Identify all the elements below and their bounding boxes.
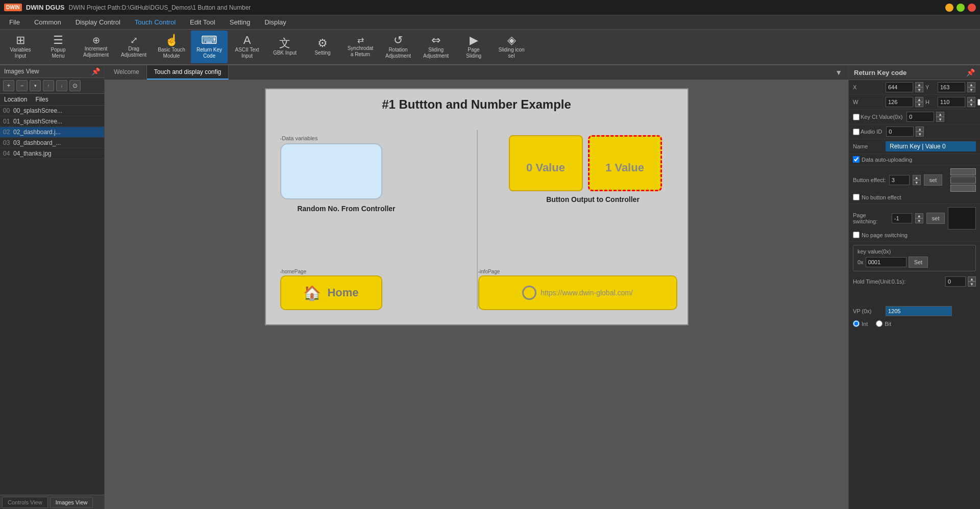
panel-pin-icon[interactable]: 📌 xyxy=(91,67,100,75)
x-down[interactable]: ▼ xyxy=(915,87,923,92)
ps-down[interactable]: ▼ xyxy=(915,218,923,223)
menu-display[interactable]: Display xyxy=(257,16,293,28)
audio-id-input[interactable] xyxy=(886,126,914,137)
home-button[interactable]: 🏠 Home xyxy=(280,275,382,310)
file-row-0[interactable]: 00 00_splashScree... xyxy=(0,106,104,116)
tab-touch-config[interactable]: Touch and display config xyxy=(147,65,229,80)
move-down-button[interactable]: ↓ xyxy=(56,80,67,91)
tool-page-sliding[interactable]: ▶ PageSliding xyxy=(455,31,492,63)
tool-increment-adjustment[interactable]: ⊕ IncrementAdjustment xyxy=(78,31,114,63)
tool-gbk-input[interactable]: 文 GBK Input xyxy=(266,31,303,63)
effect-up[interactable]: ▲ xyxy=(913,175,921,180)
x-up[interactable]: ▲ xyxy=(915,82,923,87)
homepage-label: -homePage xyxy=(280,269,382,274)
key-ct-down[interactable]: ▼ xyxy=(936,117,944,122)
button-effect-input[interactable] xyxy=(889,175,910,185)
x-input[interactable] xyxy=(886,82,913,92)
image-menu-button[interactable]: ▾ xyxy=(30,80,41,91)
radio-bit[interactable]: Bit xyxy=(876,320,891,327)
radio-int[interactable]: Int xyxy=(853,320,868,327)
key-ct-up[interactable]: ▲ xyxy=(936,112,944,117)
no-page-switching-checkbox[interactable] xyxy=(853,232,860,238)
ht-up[interactable]: ▲ xyxy=(968,276,976,282)
w-input[interactable] xyxy=(886,97,913,107)
info-url-button[interactable]: https://www.dwin-global.com/ xyxy=(478,275,677,310)
audio-id-up[interactable]: ▲ xyxy=(916,126,924,132)
minimize-button[interactable] xyxy=(945,4,953,12)
audio-id-checkbox[interactable] xyxy=(853,129,860,135)
data-auto-upload-checkbox[interactable] xyxy=(853,156,860,163)
tool-setting[interactable]: ⚙ Setting xyxy=(304,31,341,63)
close-button[interactable] xyxy=(968,4,976,12)
tabs-dropdown-arrow[interactable]: ▼ xyxy=(835,68,842,77)
drag-label: DragAdjustment xyxy=(121,46,146,58)
menu-touch-control[interactable]: Touch Control xyxy=(128,16,183,28)
no-button-effect-checkbox[interactable] xyxy=(853,194,860,200)
app-name: DWIN DGUS xyxy=(26,4,65,11)
hold-time-input[interactable] xyxy=(945,276,966,287)
move-up-button[interactable]: ↑ xyxy=(43,80,54,91)
x-spin: ▲ ▼ xyxy=(915,82,923,92)
locked-checkbox[interactable] xyxy=(977,99,980,106)
page-sliding-label: PageSliding xyxy=(466,47,481,59)
h-input[interactable] xyxy=(938,97,965,107)
file-row-2[interactable]: 02 02_dashboard.j... xyxy=(0,127,104,138)
menu-setting[interactable]: Setting xyxy=(223,16,257,28)
remove-image-button[interactable]: − xyxy=(16,80,28,91)
no-button-effect-label: No button effect xyxy=(853,194,976,200)
tool-return-key-code[interactable]: ⌨ Return KeyCode xyxy=(191,31,228,63)
key-ct-checkbox[interactable] xyxy=(853,114,860,120)
key-ct-row: Key Ct Value(0x) ▲ ▼ xyxy=(849,110,980,124)
ht-down[interactable]: ▼ xyxy=(968,282,976,287)
page-switching-set[interactable]: set xyxy=(926,213,945,224)
ps-up[interactable]: ▲ xyxy=(915,213,923,218)
file-row-3[interactable]: 03 03_dashboard_... xyxy=(0,138,104,148)
audio-id-down[interactable]: ▼ xyxy=(916,132,924,137)
radio-bit-input[interactable] xyxy=(876,320,883,327)
variables-input-label: VariablesInput xyxy=(10,47,31,59)
tool-sliding-icon-sel[interactable]: ◈ Sliding iconsel xyxy=(493,31,530,63)
kv-value-input[interactable] xyxy=(866,257,906,267)
file-row-4[interactable]: 04 04_thanks.jpg xyxy=(0,148,104,159)
y-down[interactable]: ▼ xyxy=(967,87,975,92)
eye-button[interactable]: ⊙ xyxy=(69,80,81,91)
menu-edit-tool[interactable]: Edit Tool xyxy=(183,16,223,28)
tool-ascii-text-input[interactable]: A ASCII TextInput xyxy=(229,31,265,63)
page-switching-input[interactable] xyxy=(892,213,912,223)
tab-welcome[interactable]: Welcome xyxy=(107,65,147,80)
y-input[interactable] xyxy=(938,82,965,92)
tool-synchrodat[interactable]: ⇄ Synchrodata Return xyxy=(342,31,379,63)
button-effect-set[interactable]: set xyxy=(924,174,943,186)
menu-common[interactable]: Common xyxy=(27,16,68,28)
audio-id-label-group: Audio ID xyxy=(853,129,882,135)
radio-int-input[interactable] xyxy=(853,320,860,327)
controls-view-tab[interactable]: Controls View xyxy=(2,497,48,508)
kv-set-button[interactable]: Set xyxy=(909,257,928,268)
h-down[interactable]: ▼ xyxy=(967,102,975,107)
value-button-0[interactable]: 0 Value xyxy=(509,135,583,191)
menu-file[interactable]: File xyxy=(2,16,27,28)
vp-input[interactable] xyxy=(886,306,952,316)
button-pair: -Return Key | Value 0 0 Value -Return Ke… xyxy=(509,135,677,191)
file-row-1[interactable]: 01 01_splashScree... xyxy=(0,116,104,127)
tool-rotation-adjustment[interactable]: ↺ RotationAdjustment xyxy=(380,31,416,63)
w-down[interactable]: ▼ xyxy=(915,102,923,107)
key-ct-input[interactable] xyxy=(906,112,934,122)
tool-sliding-adjustment[interactable]: ⇔ SlidingAdjustment xyxy=(418,31,454,63)
value-button-1[interactable]: 1 Value xyxy=(588,135,662,191)
effect-down[interactable]: ▼ xyxy=(913,180,921,185)
maximize-button[interactable] xyxy=(957,4,965,12)
button-effect-row: Button effect: ▲ ▼ set xyxy=(853,168,976,192)
tool-basic-touch[interactable]: ☝ Basic TouchModule xyxy=(153,31,190,63)
h-up[interactable]: ▲ xyxy=(967,97,975,102)
name-label: Name xyxy=(853,143,884,149)
tool-drag-adjustment[interactable]: ⤢ DragAdjustment xyxy=(115,31,152,63)
tool-variables-input[interactable]: ⊞ VariablesInput xyxy=(2,31,39,63)
tool-popup-menu[interactable]: ☰ PopupMenu xyxy=(40,31,77,63)
images-view-tab[interactable]: Images View xyxy=(50,497,93,508)
y-up[interactable]: ▲ xyxy=(967,82,975,87)
add-image-button[interactable]: + xyxy=(3,80,14,91)
w-up[interactable]: ▲ xyxy=(915,97,923,102)
menu-display-control[interactable]: Display Control xyxy=(68,16,128,28)
right-panel-pin[interactable]: 📌 xyxy=(966,68,975,77)
